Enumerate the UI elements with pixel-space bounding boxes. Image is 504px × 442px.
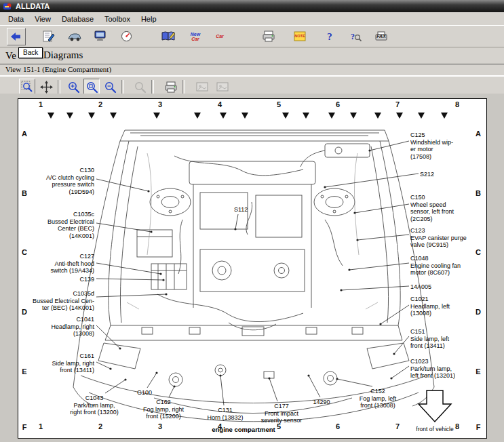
menu-help[interactable]: Help [136, 14, 162, 24]
grid-col-6-bottom: 6 [336, 422, 340, 430]
svg-text:?: ? [327, 31, 332, 42]
app-icon [3, 2, 12, 11]
gauge-button[interactable] [117, 28, 136, 45]
alignment-triangle-icon [282, 113, 289, 119]
grid-col-7-top: 7 [395, 100, 400, 108]
next-image-button [214, 79, 231, 95]
grid-row-C-right: C [476, 248, 481, 256]
toolbar-separator [58, 80, 60, 94]
toolbar-separator [151, 80, 154, 94]
mag-blue-icon [67, 81, 80, 94]
callout-c1043: C1043 Park/turn lamp, right front (13200… [70, 395, 119, 416]
alignment-triangle-icon [47, 113, 54, 119]
alignment-triangle-icon [194, 113, 201, 119]
grid-col-8-bottom: 8 [455, 422, 459, 430]
callout-s112: S112 [234, 206, 248, 214]
callout-g100: G100 [137, 389, 152, 397]
mag-plain-icon [104, 81, 117, 94]
grid-col-4-bottom: 4 [218, 422, 222, 430]
zoom-out-button[interactable] [102, 79, 118, 95]
new-car-button-label: NewCar [186, 28, 205, 45]
alignment-triangle-icon [220, 113, 227, 119]
grid-row-A-right: A [476, 129, 481, 138]
front-of-vehicle-label: front of vehicle [416, 426, 453, 433]
grid-row-B-right: B [476, 189, 481, 197]
grid-row-E-left: E [22, 367, 26, 376]
vehicle-button[interactable] [65, 28, 84, 45]
frame-icon [195, 81, 209, 92]
note-button-label: NOTE [290, 28, 309, 45]
printer-icon [164, 81, 178, 93]
section-label-partial[interactable]: Ve [5, 50, 16, 62]
callout-c1035d: C1035d Bussed Electrical Cen- ter (BEC) … [33, 290, 94, 312]
fax-icon [374, 31, 388, 42]
window-title: ALLDATA [16, 2, 50, 10]
zoom-select-button[interactable] [19, 79, 35, 95]
toolbar-separator [182, 80, 185, 94]
car-button[interactable]: Car [210, 28, 229, 45]
callout-c1021: C1021 Headlamp, left (13008) [410, 296, 450, 317]
frame-icon [216, 81, 229, 92]
zoom-in-button[interactable] [65, 79, 81, 95]
grid-row-A-left: A [22, 129, 27, 138]
car-button-label: Car [210, 28, 229, 45]
title-bar: ALLDATA [0, 0, 504, 12]
note-icon [294, 31, 306, 42]
grid-row-D-right: D [476, 308, 481, 316]
menu-database[interactable]: Database [56, 14, 99, 24]
print-button[interactable] [259, 28, 278, 45]
alignment-triangle-icon [66, 113, 73, 119]
callout-14290: 14290 [313, 399, 330, 406]
mag-gray-icon [134, 81, 147, 94]
callout-c162: C162 Fog lamp, right front (15200) [143, 399, 184, 420]
callout-c125: C125 Windshield wip- er motor (17508) [410, 132, 453, 160]
callout-c1048: C1048 Engine cooling fan motor (8C607) [410, 255, 461, 277]
pan-button[interactable] [38, 79, 54, 95]
alignment-triangle-icon [303, 113, 309, 119]
svg-text:?: ? [351, 32, 355, 41]
back-button[interactable] [7, 28, 26, 45]
menu-bar: DataViewDatabaseToolboxHelp [0, 12, 504, 26]
fax-button[interactable]: FAX [372, 28, 391, 45]
monitor-button[interactable] [91, 28, 110, 45]
blank-icon [212, 31, 227, 43]
menu-data[interactable]: Data [3, 14, 29, 24]
pan-icon [40, 81, 53, 94]
grid-row-E-right: E [476, 367, 480, 376]
callout-c1035c: C1035c Bussed Electrical Center (BEC) (1… [47, 211, 94, 239]
help-button[interactable]: ? [320, 28, 339, 45]
print-diagram-button[interactable] [163, 79, 179, 95]
printer-icon [262, 31, 275, 42]
grid-row-D-left: D [22, 308, 27, 316]
zoom-area-button[interactable] [83, 79, 100, 95]
alignment-triangle-icon [88, 113, 95, 119]
alignment-triangle-icon [418, 113, 425, 119]
diagram-area: front of vehicle engine compartment 1122… [0, 94, 504, 442]
notes-button[interactable] [159, 28, 178, 45]
callout-c1023: C1023 Park/turn lamp, left front (13201) [410, 358, 455, 380]
new-car-button[interactable]: NewCar [186, 28, 205, 45]
report-button[interactable] [39, 28, 58, 45]
menu-view[interactable]: View [29, 14, 56, 24]
grid-row-F-left: F [22, 423, 27, 431]
menu-toolbox[interactable]: Toolbox [99, 14, 136, 24]
front-of-vehicle-arrow [416, 389, 454, 427]
page-title: Diagrams [43, 49, 83, 61]
note-button[interactable]: NOTE [290, 28, 309, 45]
callout-c127: C127 Anti-theft hood switch (19A434) [50, 253, 94, 275]
grid-col-2-top: 2 [98, 100, 102, 108]
callout-c130: C130 A/C clutch cycling pressure switch … [46, 167, 94, 195]
callout-s212: S212 [420, 171, 434, 178]
main-toolbar: NewCarCarNOTE??FAX [0, 26, 504, 47]
grid-col-2-bottom: 2 [98, 422, 102, 430]
grid-row-B-left: B [22, 189, 27, 197]
view-label: View 151-1 (Engine Compartment) [0, 64, 504, 76]
car-blue-icon [67, 31, 82, 42]
breadcrumb-row: Ve Diagrams [0, 47, 504, 64]
grid-col-1-bottom: 1 [39, 422, 43, 430]
callout-c131: C131 Horn (13832) [207, 407, 243, 421]
zoom-reset-button [132, 79, 148, 95]
help-search-button[interactable]: ? [346, 28, 365, 45]
diagram-panel[interactable]: front of vehicle engine compartment 1122… [18, 98, 487, 439]
alignment-triangle-icon [374, 113, 381, 119]
